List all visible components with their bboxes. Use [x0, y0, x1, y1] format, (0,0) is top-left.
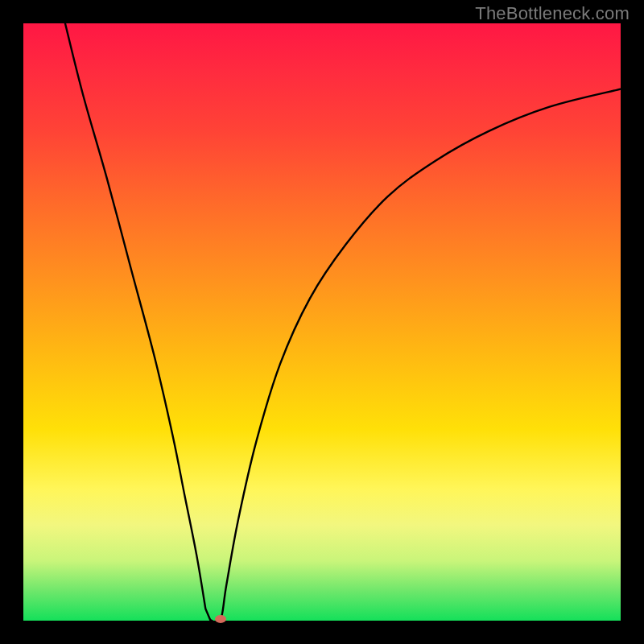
curve-path	[65, 23, 621, 621]
bottleneck-curve	[23, 23, 621, 621]
min-marker	[215, 615, 226, 623]
chart-frame: TheBottleneck.com	[0, 0, 644, 644]
plot-area	[23, 23, 621, 621]
watermark-text: TheBottleneck.com	[475, 3, 630, 24]
